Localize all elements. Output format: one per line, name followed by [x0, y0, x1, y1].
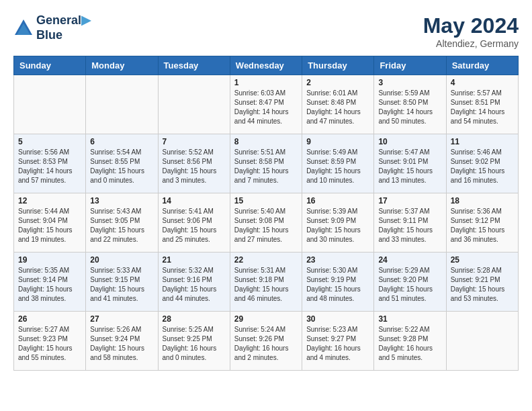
calendar-cell: 4Sunrise: 5:57 AM Sunset: 8:51 PM Daylig… [446, 75, 518, 134]
calendar-cell: 2Sunrise: 6:01 AM Sunset: 8:48 PM Daylig… [302, 75, 374, 134]
day-info: Sunrise: 5:52 AM Sunset: 8:56 PM Dayligh… [163, 148, 226, 185]
day-info: Sunrise: 5:23 AM Sunset: 9:27 PM Dayligh… [306, 325, 369, 363]
day-number: 15 [234, 196, 298, 205]
day-info: Sunrise: 5:29 AM Sunset: 9:20 PM Dayligh… [378, 266, 441, 304]
day-info: Sunrise: 5:26 AM Sunset: 9:24 PM Dayligh… [90, 325, 153, 363]
day-number: 21 [163, 255, 226, 265]
day-number: 25 [451, 255, 514, 265]
day-number: 2 [306, 78, 369, 87]
day-number: 23 [306, 255, 369, 265]
week-row-4: 19Sunrise: 5:35 AM Sunset: 9:14 PM Dayli… [14, 253, 519, 312]
calendar-header: SundayMondayTuesdayWednesdayThursdayFrid… [14, 56, 519, 75]
calendar-cell: 27Sunrise: 5:26 AM Sunset: 9:24 PM Dayli… [86, 312, 158, 371]
day-number: 26 [18, 314, 81, 324]
calendar-cell: 30Sunrise: 5:23 AM Sunset: 9:27 PM Dayli… [302, 312, 374, 371]
calendar-cell: 15Sunrise: 5:40 AM Sunset: 9:08 PM Dayli… [230, 193, 302, 253]
weekday-sunday: Sunday [14, 56, 86, 75]
day-info: Sunrise: 5:51 AM Sunset: 8:58 PM Dayligh… [234, 148, 298, 185]
day-info: Sunrise: 5:33 AM Sunset: 9:15 PM Dayligh… [90, 266, 153, 304]
weekday-monday: Monday [86, 56, 158, 75]
day-info: Sunrise: 5:32 AM Sunset: 9:16 PM Dayligh… [163, 266, 226, 304]
logo-text: General▶ Blue [36, 13, 91, 42]
weekday-thursday: Thursday [302, 56, 374, 75]
calendar-cell [14, 75, 86, 134]
day-info: Sunrise: 5:28 AM Sunset: 9:21 PM Dayligh… [451, 266, 514, 304]
month-title: May 2024 [423, 13, 519, 38]
week-row-2: 5Sunrise: 5:56 AM Sunset: 8:53 PM Daylig… [14, 134, 519, 193]
day-info: Sunrise: 5:49 AM Sunset: 8:59 PM Dayligh… [306, 148, 369, 185]
weekday-saturday: Saturday [446, 56, 518, 75]
weekday-header-row: SundayMondayTuesdayWednesdayThursdayFrid… [14, 56, 519, 75]
calendar-cell: 25Sunrise: 5:28 AM Sunset: 9:21 PM Dayli… [446, 253, 518, 312]
calendar-cell: 16Sunrise: 5:39 AM Sunset: 9:09 PM Dayli… [302, 193, 374, 253]
day-info: Sunrise: 5:31 AM Sunset: 9:18 PM Dayligh… [234, 266, 298, 304]
day-info: Sunrise: 5:44 AM Sunset: 9:04 PM Dayligh… [18, 207, 81, 244]
calendar-cell: 22Sunrise: 5:31 AM Sunset: 9:18 PM Dayli… [230, 253, 302, 312]
calendar-cell: 11Sunrise: 5:46 AM Sunset: 9:02 PM Dayli… [446, 134, 518, 193]
day-info: Sunrise: 5:47 AM Sunset: 9:01 PM Dayligh… [378, 148, 441, 185]
calendar-cell: 13Sunrise: 5:43 AM Sunset: 9:05 PM Dayli… [86, 193, 158, 253]
day-number: 17 [378, 196, 441, 205]
calendar-cell: 29Sunrise: 5:24 AM Sunset: 9:26 PM Dayli… [230, 312, 302, 371]
page-header: General▶ Blue May 2024 Altendiez, German… [13, 13, 519, 49]
week-row-5: 26Sunrise: 5:27 AM Sunset: 9:23 PM Dayli… [14, 312, 519, 371]
day-number: 11 [451, 137, 514, 146]
weekday-tuesday: Tuesday [158, 56, 230, 75]
day-info: Sunrise: 5:40 AM Sunset: 9:08 PM Dayligh… [234, 207, 298, 244]
day-info: Sunrise: 5:30 AM Sunset: 9:19 PM Dayligh… [306, 266, 369, 304]
calendar-cell: 14Sunrise: 5:41 AM Sunset: 9:06 PM Dayli… [158, 193, 230, 253]
day-number: 27 [90, 314, 153, 324]
day-info: Sunrise: 5:46 AM Sunset: 9:02 PM Dayligh… [451, 148, 514, 185]
week-row-3: 12Sunrise: 5:44 AM Sunset: 9:04 PM Dayli… [14, 193, 519, 253]
calendar-cell: 6Sunrise: 5:54 AM Sunset: 8:55 PM Daylig… [86, 134, 158, 193]
day-number: 19 [18, 255, 81, 265]
calendar-cell: 17Sunrise: 5:37 AM Sunset: 9:11 PM Dayli… [374, 193, 446, 253]
calendar-cell: 28Sunrise: 5:25 AM Sunset: 9:25 PM Dayli… [158, 312, 230, 371]
calendar-cell: 3Sunrise: 5:59 AM Sunset: 8:50 PM Daylig… [374, 75, 446, 134]
calendar-cell: 18Sunrise: 5:36 AM Sunset: 9:12 PM Dayli… [446, 193, 518, 253]
calendar-body: 1Sunrise: 6:03 AM Sunset: 8:47 PM Daylig… [14, 75, 519, 371]
day-number: 1 [234, 78, 298, 87]
calendar-cell [86, 75, 158, 134]
calendar-table: SundayMondayTuesdayWednesdayThursdayFrid… [13, 56, 519, 371]
location: Altendiez, Germany [423, 38, 519, 49]
day-info: Sunrise: 5:54 AM Sunset: 8:55 PM Dayligh… [90, 148, 153, 185]
logo-icon [13, 18, 34, 38]
day-number: 7 [163, 137, 226, 146]
day-number: 10 [378, 137, 441, 146]
day-number: 14 [163, 196, 226, 205]
calendar-cell: 19Sunrise: 5:35 AM Sunset: 9:14 PM Dayli… [14, 253, 86, 312]
day-number: 8 [234, 137, 298, 146]
day-number: 31 [378, 314, 441, 324]
calendar-cell: 26Sunrise: 5:27 AM Sunset: 9:23 PM Dayli… [14, 312, 86, 371]
calendar-cell: 1Sunrise: 6:03 AM Sunset: 8:47 PM Daylig… [230, 75, 302, 134]
title-area: May 2024 Altendiez, Germany [423, 13, 519, 49]
calendar-cell: 31Sunrise: 5:22 AM Sunset: 9:28 PM Dayli… [374, 312, 446, 371]
day-info: Sunrise: 5:35 AM Sunset: 9:14 PM Dayligh… [18, 266, 81, 304]
day-number: 6 [90, 137, 153, 146]
day-number: 24 [378, 255, 441, 265]
calendar-cell: 7Sunrise: 5:52 AM Sunset: 8:56 PM Daylig… [158, 134, 230, 193]
calendar-cell: 12Sunrise: 5:44 AM Sunset: 9:04 PM Dayli… [14, 193, 86, 253]
day-number: 16 [306, 196, 369, 205]
day-number: 30 [306, 314, 369, 324]
calendar-cell: 20Sunrise: 5:33 AM Sunset: 9:15 PM Dayli… [86, 253, 158, 312]
calendar-cell: 8Sunrise: 5:51 AM Sunset: 8:58 PM Daylig… [230, 134, 302, 193]
day-number: 12 [18, 196, 81, 205]
day-number: 18 [451, 196, 514, 205]
calendar-cell: 24Sunrise: 5:29 AM Sunset: 9:20 PM Dayli… [374, 253, 446, 312]
day-number: 20 [90, 255, 153, 265]
day-info: Sunrise: 6:01 AM Sunset: 8:48 PM Dayligh… [306, 89, 369, 126]
day-info: Sunrise: 5:25 AM Sunset: 9:25 PM Dayligh… [163, 325, 226, 363]
day-info: Sunrise: 5:43 AM Sunset: 9:05 PM Dayligh… [90, 207, 153, 244]
week-row-1: 1Sunrise: 6:03 AM Sunset: 8:47 PM Daylig… [14, 75, 519, 134]
calendar-cell: 5Sunrise: 5:56 AM Sunset: 8:53 PM Daylig… [14, 134, 86, 193]
day-info: Sunrise: 5:27 AM Sunset: 9:23 PM Dayligh… [18, 325, 81, 363]
day-info: Sunrise: 5:59 AM Sunset: 8:50 PM Dayligh… [378, 89, 441, 126]
calendar-cell: 23Sunrise: 5:30 AM Sunset: 9:19 PM Dayli… [302, 253, 374, 312]
day-number: 22 [234, 255, 298, 265]
day-number: 29 [234, 314, 298, 324]
day-info: Sunrise: 5:22 AM Sunset: 9:28 PM Dayligh… [378, 325, 441, 363]
calendar-cell: 10Sunrise: 5:47 AM Sunset: 9:01 PM Dayli… [374, 134, 446, 193]
day-info: Sunrise: 5:37 AM Sunset: 9:11 PM Dayligh… [378, 207, 441, 244]
